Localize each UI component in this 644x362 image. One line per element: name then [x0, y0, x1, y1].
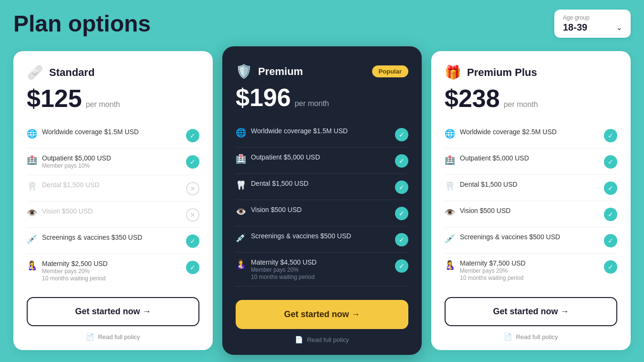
- read-policy-premium[interactable]: 📄Read full policy: [236, 336, 408, 343]
- feature-icon: 🏥: [236, 154, 246, 164]
- feature-text: Vision $500 USD: [42, 207, 93, 215]
- feature-name: Maternity $4,500 USD: [251, 258, 317, 266]
- plan-price-standard: $125per month: [27, 84, 199, 113]
- feature-left: 🌐Worldwide coverage $1.5M USD: [236, 127, 348, 138]
- feature-item: 👁️Vision $500 USD✓: [445, 201, 617, 227]
- read-policy-premium_plus[interactable]: 📄Read full policy: [445, 333, 617, 341]
- feature-icon: 🌐: [445, 128, 455, 139]
- feature-name: Worldwide coverage $1.5M USD: [251, 127, 348, 135]
- feature-name: Vision $500 USD: [460, 207, 510, 214]
- check-icon: ✓: [395, 207, 408, 220]
- feature-item: 🏥Outpatient $5,000 USD✓: [236, 148, 408, 174]
- read-policy-standard[interactable]: 📄Read full policy: [27, 333, 199, 341]
- plan-header-standard: 🩹Standard: [27, 64, 199, 80]
- feature-name: Dental $1,500 USD: [251, 180, 309, 187]
- features-list-premium_plus: 🌐Worldwide coverage $2.5M USD✓🏥Outpatien…: [445, 122, 617, 287]
- feature-item: 🌐Worldwide coverage $1.5M USD✓: [27, 122, 199, 149]
- check-icon: ✓: [604, 181, 617, 195]
- read-policy-label: Read full policy: [307, 336, 349, 343]
- feature-item: 🏥Outpatient $5,000 USD✓: [445, 149, 617, 175]
- feature-name: Vision $500 USD: [251, 206, 301, 213]
- cta-section-premium: Get started now →📄Read full policy: [236, 300, 408, 343]
- feature-icon: 🦷: [27, 181, 37, 192]
- feature-icon: 👁️: [445, 207, 455, 218]
- feature-text: Maternity $4,500 USDMember pays 20%10 mo…: [251, 258, 317, 280]
- get-started-button-premium[interactable]: Get started now →: [236, 300, 408, 329]
- feature-left: 🦷Dental $1,500 USD: [27, 181, 100, 192]
- age-group-selector[interactable]: Age group 18-39 ⌄: [554, 10, 631, 38]
- feature-text: Worldwide coverage $2.5M USD: [460, 128, 557, 136]
- feature-sub: Member pays 10%: [42, 162, 111, 169]
- feature-text: Dental $1,500 USD: [460, 181, 518, 188]
- feature-left: 🏥Outpatient $5,000 USD: [236, 153, 320, 164]
- check-icon: ✓: [186, 155, 199, 169]
- plan-icon-standard: 🩹: [27, 64, 43, 80]
- check-icon: ✓: [604, 234, 617, 247]
- page-title: Plan options: [13, 11, 151, 37]
- page-header: Plan options Age group 18-39 ⌄: [13, 10, 631, 38]
- plan-icon-premium_plus: 🎁: [445, 64, 461, 80]
- feature-name: Screenings & vaccines $500 USD: [460, 233, 560, 241]
- feature-left: 🤱Maternity $7,500 USDMember pays 20%10 m…: [445, 259, 526, 281]
- feature-item: 🤱Maternity $4,500 USDMember pays 20%10 m…: [236, 253, 408, 287]
- feature-text: Screenings & vaccines $500 USD: [460, 233, 560, 241]
- feature-item: 🤱Maternity $2,500 USDMember pays 20%10 m…: [27, 254, 199, 287]
- feature-text: Maternity $2,500 USDMember pays 20%10 mo…: [42, 260, 108, 282]
- check-icon: ✓: [395, 128, 408, 141]
- feature-item: 💉Screenings & vaccines $500 USD✓: [445, 227, 617, 254]
- feature-left: 💉Screenings & vaccines $350 USD: [27, 234, 142, 245]
- price-amount-premium: $196: [236, 83, 291, 112]
- feature-icon: 💉: [27, 234, 37, 245]
- check-icon: ✓: [604, 208, 617, 221]
- feature-icon: 💉: [445, 234, 455, 244]
- feature-sub: Member pays 20%: [251, 266, 317, 273]
- plan-header-premium_plus: 🎁Premium Plus: [445, 64, 617, 80]
- plan-header-premium: 🛡️PremiumPopular: [236, 64, 408, 79]
- get-started-button-standard[interactable]: Get started now →: [27, 297, 199, 326]
- feature-name: Screenings & vaccines $500 USD: [251, 232, 351, 240]
- popular-badge: Popular: [372, 65, 408, 77]
- age-group-value[interactable]: 18-39 ⌄: [563, 22, 622, 33]
- feature-item: 🌐Worldwide coverage $1.5M USD✓: [236, 121, 408, 148]
- feature-icon: 🤱: [445, 260, 455, 270]
- feature-text: Maternity $7,500 USDMember pays 20%10 mo…: [460, 259, 526, 281]
- check-icon: ✓: [604, 260, 617, 274]
- feature-name: Dental $1,500 USD: [42, 181, 100, 189]
- feature-name: Dental $1,500 USD: [460, 181, 518, 188]
- feature-item: 🦷Dental $1,500 USD✓: [445, 175, 617, 201]
- feature-icon: 🤱: [236, 259, 246, 269]
- feature-item: 🤱Maternity $7,500 USDMember pays 20%10 m…: [445, 254, 617, 287]
- chevron-down-icon: ⌄: [616, 24, 622, 32]
- plan-price-premium_plus: $238per month: [445, 84, 617, 113]
- feature-icon: 💉: [236, 233, 246, 243]
- feature-item: 🏥Outpatient $5,000 USDMember pays 10%✓: [27, 149, 199, 175]
- feature-icon: 🦷: [236, 180, 246, 191]
- feature-icon: 👁️: [236, 206, 246, 217]
- feature-icon: 🏥: [27, 155, 37, 165]
- plan-price-premium: $196per month: [236, 83, 408, 112]
- feature-left: 👁️Vision $500 USD: [445, 207, 510, 218]
- check-icon: ✓: [186, 129, 199, 142]
- feature-left: 🤱Maternity $4,500 USDMember pays 20%10 m…: [236, 258, 317, 280]
- check-icon: ✓: [604, 155, 617, 169]
- check-icon: ✓: [186, 261, 199, 274]
- read-policy-label: Read full policy: [516, 333, 558, 341]
- feature-name: Outpatient $5,000 USD: [460, 154, 529, 162]
- check-icon: ✓: [186, 234, 199, 248]
- feature-name: Outpatient $5,000 USD: [42, 154, 111, 162]
- feature-text: Outpatient $5,000 USD: [251, 153, 320, 161]
- feature-left: 🦷Dental $1,500 USD: [236, 180, 309, 191]
- feature-left: 🏥Outpatient $5,000 USD: [445, 154, 529, 165]
- plan-card-standard: 🩹Standard$125per month🌐Worldwide coverag…: [13, 51, 213, 350]
- check-icon: ✓: [395, 154, 408, 168]
- cta-section-premium_plus: Get started now →📄Read full policy: [445, 297, 617, 341]
- feature-item: 💉Screenings & vaccines $500 USD✓: [236, 226, 408, 253]
- plan-card-premium_plus: 🎁Premium Plus$238per month🌐Worldwide cov…: [431, 51, 631, 350]
- feature-left: 🦷Dental $1,500 USD: [445, 181, 518, 192]
- get-started-button-premium_plus[interactable]: Get started now →: [445, 297, 617, 326]
- x-icon: ✕: [186, 182, 199, 195]
- feature-sub: 10 months waiting period: [460, 275, 526, 281]
- price-amount-premium_plus: $238: [445, 84, 500, 113]
- feature-text: Worldwide coverage $1.5M USD: [251, 127, 348, 135]
- feature-text: Dental $1,500 USD: [251, 180, 309, 187]
